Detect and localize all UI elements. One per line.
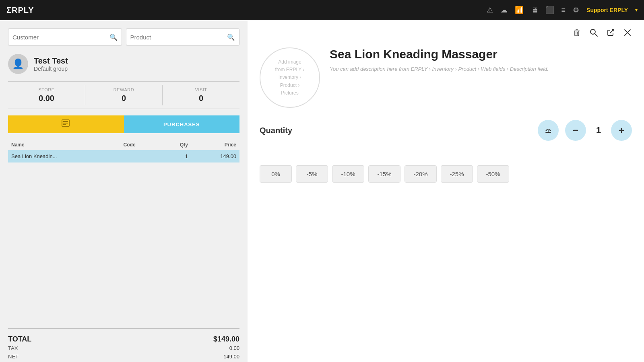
right-panel: Add image from ERPLY › Inventory › Produ… <box>248 20 644 362</box>
settings-icon[interactable]: ⚙ <box>573 6 579 14</box>
stat-store: STORE 0.00 <box>8 85 85 105</box>
discount-button[interactable]: 0% <box>260 165 292 183</box>
customer-group: Default group <box>34 66 68 72</box>
discount-button[interactable]: -50% <box>477 165 509 183</box>
product-image: Add image from ERPLY › Inventory › Produ… <box>260 47 320 108</box>
quantity-value: 1 <box>592 125 605 136</box>
cell-name: Sea Lion Kneadin... <box>8 150 120 162</box>
tax-row: TAX 0.00 <box>8 345 239 351</box>
discount-row: 0%-5%-10%-15%-20%-25%-50% <box>260 165 632 183</box>
reward-label: REWARD <box>85 87 162 92</box>
svg-point-18 <box>550 130 551 131</box>
discount-button[interactable]: -10% <box>332 165 364 183</box>
topnav-right-section: ⚠ ☁ 📶 🖥 ⬛ ≡ ⚙ Support ERPLY ▾ <box>487 6 638 14</box>
store-value: 0.00 <box>8 94 85 103</box>
customer-info: 👤 Test Test Default group <box>8 54 239 74</box>
discount-button[interactable]: -15% <box>368 165 400 183</box>
product-search-box[interactable]: 🔍 <box>126 28 240 46</box>
net-row: NET 149.00 <box>8 354 239 360</box>
app-logo: ΣRPLY <box>6 6 34 15</box>
action-row: PURCHASES <box>8 115 239 133</box>
col-name: Name <box>8 140 120 150</box>
cell-code <box>120 150 160 162</box>
svg-line-10 <box>595 34 597 36</box>
left-panel: 🔍 🔍 👤 Test Test Default group STORE 0.00 <box>0 20 248 362</box>
totals-footer: TOTAL $149.00 TAX 0.00 NET 149.00 <box>8 328 239 362</box>
customer-search-icon: 🔍 <box>109 33 118 41</box>
external-link-icon[interactable] <box>606 28 615 39</box>
svg-line-11 <box>610 29 614 33</box>
discount-button[interactable]: -25% <box>441 165 473 183</box>
discount-button[interactable]: -5% <box>296 165 328 183</box>
avatar-icon: 👤 <box>12 58 24 70</box>
visit-label: VISIT <box>163 87 239 92</box>
close-icon[interactable] <box>623 28 632 39</box>
customer-name: Test Test <box>34 56 68 66</box>
search-row: 🔍 🔍 <box>8 28 239 46</box>
customer-details: Test Test Default group <box>34 56 68 72</box>
svg-point-17 <box>546 130 547 131</box>
customer-search-input[interactable] <box>12 34 109 41</box>
increase-quantity-button[interactable] <box>611 120 632 141</box>
tax-value: 0.00 <box>229 345 239 351</box>
layout-icon[interactable]: ⬛ <box>545 6 554 14</box>
delete-icon[interactable] <box>572 28 581 39</box>
customer-search-box[interactable]: 🔍 <box>8 28 122 46</box>
menu-icon[interactable]: ≡ <box>561 6 566 14</box>
support-link[interactable]: Support ERPLY <box>586 7 628 13</box>
product-search-icon: 🔍 <box>227 33 235 41</box>
search-product-icon[interactable] <box>589 28 598 39</box>
decrease-quantity-button[interactable] <box>565 120 586 141</box>
product-toolbar <box>260 28 632 39</box>
cell-price: 149.00 <box>191 150 239 162</box>
net-label: NET <box>8 354 19 360</box>
list-button[interactable] <box>8 115 124 133</box>
col-price: Price <box>191 140 239 150</box>
tax-label: TAX <box>8 345 18 351</box>
total-row: TOTAL $149.00 <box>8 335 239 343</box>
reward-value: 0 <box>85 94 162 103</box>
support-arrow: ▾ <box>635 7 638 13</box>
quantity-section: Quantity 1 <box>260 120 632 153</box>
purchases-label: PURCHASES <box>163 121 200 128</box>
col-qty: Qty <box>160 140 191 150</box>
svg-rect-4 <box>575 31 579 36</box>
stat-visit: VISIT 0 <box>162 85 239 105</box>
product-info: Sea Lion Kneading Massager You can add d… <box>330 47 632 108</box>
top-navigation: ΣRPLY ⚠ ☁ 📶 🖥 ⬛ ≡ ⚙ Support ERPLY ▾ <box>0 0 644 20</box>
product-title: Sea Lion Kneading Massager <box>330 47 632 61</box>
cloud-icon[interactable]: ☁ <box>500 6 508 14</box>
cell-qty: 1 <box>160 150 191 162</box>
discount-button[interactable]: -20% <box>405 165 437 183</box>
avatar: 👤 <box>8 54 28 74</box>
screen-icon[interactable]: 🖥 <box>531 6 538 14</box>
stats-row: STORE 0.00 REWARD 0 VISIT 0 <box>8 81 239 109</box>
product-section: Add image from ERPLY › Inventory › Produ… <box>260 47 632 108</box>
product-description: You can add description here from ERPLY … <box>330 66 632 72</box>
scale-button[interactable] <box>538 120 559 141</box>
table-row[interactable]: Sea Lion Kneadin... 1 149.00 <box>8 150 239 162</box>
col-code: Code <box>120 140 160 150</box>
main-layout: 🔍 🔍 👤 Test Test Default group STORE 0.00 <box>0 20 644 362</box>
purchases-button[interactable]: PURCHASES <box>124 115 240 133</box>
signal-icon[interactable]: 📶 <box>515 6 524 14</box>
total-value: $149.00 <box>213 335 239 343</box>
visit-value: 0 <box>163 94 239 103</box>
product-search-input[interactable] <box>130 34 227 41</box>
image-placeholder-text: Add image from ERPLY › Inventory › Produ… <box>275 58 305 97</box>
list-icon <box>61 119 71 130</box>
store-label: STORE <box>8 87 85 92</box>
stat-reward: REWARD 0 <box>85 85 162 105</box>
quantity-label: Quantity <box>260 126 531 135</box>
order-table: Name Code Qty Price Sea Lion Kneadin... … <box>8 140 239 162</box>
svg-point-9 <box>590 29 595 34</box>
total-label: TOTAL <box>8 335 31 343</box>
net-value: 149.00 <box>223 354 239 360</box>
alert-icon[interactable]: ⚠ <box>487 6 493 14</box>
